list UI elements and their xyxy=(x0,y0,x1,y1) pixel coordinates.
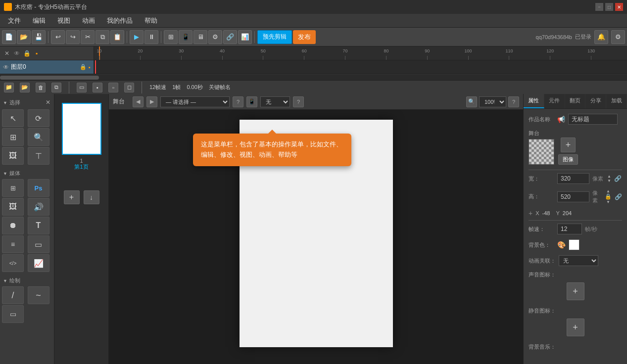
bgcolor-white-swatch[interactable] xyxy=(569,239,579,250)
height-input[interactable] xyxy=(557,191,589,202)
chart-tool[interactable]: 📈 xyxy=(28,254,49,272)
image-btn[interactable]: 图像 xyxy=(558,154,578,165)
draw-line-tool[interactable]: / xyxy=(2,286,24,304)
left-panel-close[interactable]: ✕ xyxy=(44,98,52,106)
grid-tool[interactable]: ⊞ xyxy=(2,128,24,146)
tab-flippage[interactable]: 翻页 xyxy=(565,94,586,108)
height-link-icon[interactable]: 🔗 xyxy=(615,193,622,200)
footer-folder[interactable]: 📂 xyxy=(20,83,30,92)
open-btn[interactable]: 📂 xyxy=(17,30,31,44)
footer-key2[interactable]: ▪ xyxy=(93,83,102,92)
layer-lock2[interactable]: 🔒 xyxy=(80,64,87,70)
close-button[interactable]: ✕ xyxy=(615,3,623,11)
project-name-input[interactable] xyxy=(568,114,618,125)
cut-btn[interactable]: ✂ xyxy=(81,30,95,44)
width-down-btn[interactable]: ▼ xyxy=(607,179,611,183)
stage-help2[interactable]: ? xyxy=(293,96,304,107)
tb-extra4[interactable]: ⚙ xyxy=(208,30,222,44)
text-tool[interactable]: T xyxy=(28,217,49,234)
stage-add-btn[interactable]: + xyxy=(561,137,576,152)
tb-extra5[interactable]: 🔗 xyxy=(223,30,237,44)
shape-tool[interactable]: ▭ xyxy=(28,235,49,253)
notification-btn[interactable]: 🔔 xyxy=(594,30,608,44)
zoom-help[interactable]: ? xyxy=(508,96,519,107)
maximize-button[interactable]: □ xyxy=(605,3,613,11)
add-page-btn[interactable]: + xyxy=(64,190,80,204)
stage-nav-next[interactable]: ▶ xyxy=(146,96,157,107)
arrow-tool[interactable]: ↖ xyxy=(2,109,24,127)
menu-view[interactable]: 视图 xyxy=(51,14,76,27)
footer-delete[interactable]: 🗑 xyxy=(36,83,46,92)
tb-extra3[interactable]: 🖥 xyxy=(193,30,207,44)
height-down-btn[interactable]: ▼ xyxy=(606,200,610,204)
lock-proportions-icon[interactable]: 🔒 xyxy=(605,193,612,200)
tab-load[interactable]: 加载 xyxy=(606,94,627,108)
minimize-button[interactable]: － xyxy=(595,3,603,11)
undo-btn[interactable]: ↩ xyxy=(51,30,65,44)
stage-select[interactable]: — 请选择 — xyxy=(160,96,230,107)
new-btn[interactable]: 📄 xyxy=(2,30,16,44)
page-1-thumb[interactable] xyxy=(62,103,101,155)
pause-btn[interactable]: ⏸ xyxy=(145,30,158,44)
preview-cut-btn[interactable]: 预先剪辑 xyxy=(257,30,292,44)
zoom-select[interactable]: 100% xyxy=(479,96,506,107)
height-up-btn[interactable]: ▲ xyxy=(606,189,610,193)
redo-btn[interactable]: ↪ xyxy=(66,30,80,44)
save-btn[interactable]: 💾 xyxy=(32,30,46,44)
width-up-btn[interactable]: ▲ xyxy=(607,174,611,179)
width-input[interactable] xyxy=(557,173,589,184)
transform-tool[interactable]: ⟳ xyxy=(28,109,49,127)
menu-edit[interactable]: 编辑 xyxy=(27,14,51,27)
lock-icon[interactable]: 🔒 xyxy=(23,49,31,57)
align-tool[interactable]: ⊤ xyxy=(28,147,49,165)
eye-icon[interactable]: 👁 xyxy=(13,49,21,57)
add-sound-icon-btn[interactable]: + xyxy=(567,282,584,300)
tab-share[interactable]: 分享 xyxy=(585,94,606,108)
play-btn[interactable]: ▶ xyxy=(130,30,144,44)
draw-curve-tool[interactable]: ~ xyxy=(28,286,49,304)
stage-device-select[interactable]: 无 xyxy=(260,96,290,107)
footer-key1[interactable]: ▭ xyxy=(77,83,87,92)
frame-icon[interactable]: ▪ xyxy=(33,49,41,57)
paste-btn[interactable]: 📋 xyxy=(110,30,124,44)
copy-btn[interactable]: ⧉ xyxy=(96,30,109,44)
menu-animation[interactable]: 动画 xyxy=(76,14,101,27)
menu-help[interactable]: 帮助 xyxy=(139,14,163,27)
stage-device-icon[interactable]: 📱 xyxy=(246,96,257,107)
tab-properties[interactable]: 属性 xyxy=(524,94,544,108)
zoom-icon[interactable]: 🔍 xyxy=(466,96,477,107)
scrollbar-thumb[interactable] xyxy=(0,76,99,80)
add-mute-icon-btn[interactable]: + xyxy=(567,318,584,336)
width-link-icon[interactable]: 🔗 xyxy=(614,175,622,182)
layer-eye-icon[interactable]: 👁 xyxy=(3,64,9,71)
tb-extra6[interactable]: 📊 xyxy=(238,30,252,44)
footer-key4[interactable]: ◻ xyxy=(124,83,134,92)
tb-extra1[interactable]: ⊞ xyxy=(164,30,178,44)
video-tool[interactable]: ⏺ xyxy=(2,217,24,234)
footer-copy2[interactable]: ⧉ xyxy=(51,83,61,92)
close-panel-btn[interactable]: ✕ xyxy=(3,49,11,57)
animlink-select[interactable]: 无 xyxy=(559,255,598,266)
audio-tool[interactable]: 🔊 xyxy=(28,198,49,216)
stage-nav-prev[interactable]: ◀ xyxy=(133,96,144,107)
menu-myworks[interactable]: 我的作品 xyxy=(101,14,139,27)
tb-extra2[interactable]: 📱 xyxy=(179,30,193,44)
fps-input[interactable] xyxy=(557,224,582,234)
image-align-tool[interactable]: 🖼 xyxy=(2,147,24,165)
zoom-tool[interactable]: 🔍 xyxy=(28,128,49,146)
photo-tool[interactable]: 🖼 xyxy=(2,198,24,216)
bgcolor-swatch-icon[interactable]: 🎨 xyxy=(557,241,566,249)
publish-btn[interactable]: 发布 xyxy=(293,30,316,44)
ps-tool[interactable]: Ps xyxy=(28,179,49,197)
footer-add-layer[interactable]: 📁 xyxy=(4,83,14,92)
code-tool[interactable]: </> xyxy=(2,254,24,272)
menu-file[interactable]: 文件 xyxy=(2,14,27,27)
settings-btn[interactable]: ⚙ xyxy=(611,30,625,44)
draw-rect-tool[interactable]: ▭ xyxy=(2,305,24,323)
footer-key3[interactable]: ▫ xyxy=(108,83,118,92)
list-tool[interactable]: ≡ xyxy=(2,235,24,253)
tab-components[interactable]: 元件 xyxy=(544,94,565,108)
timeline-scrollbar[interactable] xyxy=(0,74,627,80)
import-page-btn[interactable]: ↓ xyxy=(84,190,99,204)
stage-help1[interactable]: ? xyxy=(233,96,243,107)
